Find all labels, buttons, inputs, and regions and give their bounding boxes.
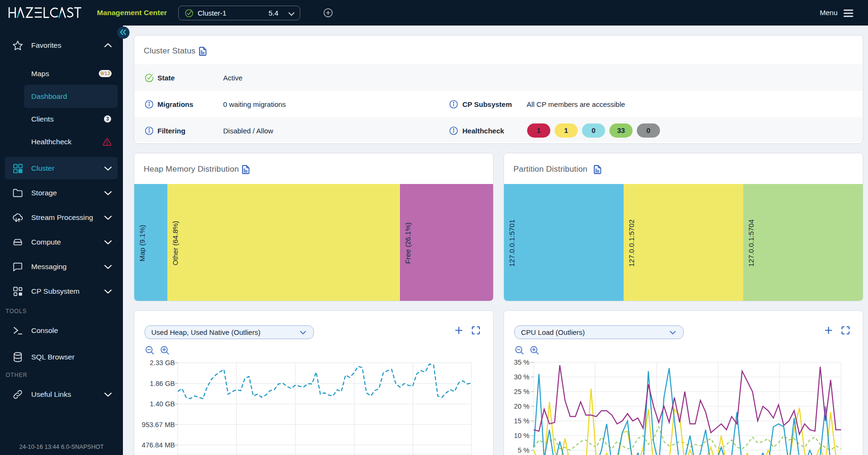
svg-text:30 %: 30 %: [514, 373, 529, 381]
svg-text:25 %: 25 %: [514, 388, 529, 395]
svg-text:1.86 GB: 1.86 GB: [150, 380, 175, 387]
svg-text:15 %: 15 %: [514, 417, 529, 425]
svg-text:10 %: 10 %: [514, 432, 529, 439]
svg-text:35 %: 35 %: [514, 359, 529, 366]
svg-text:5 %: 5 %: [518, 446, 529, 454]
svg-text:1.40 GB: 1.40 GB: [150, 400, 175, 408]
svg-text:476.84 MB: 476.84 MB: [142, 441, 175, 449]
svg-text:2.33 GB: 2.33 GB: [150, 359, 175, 367]
svg-text:953.67 MB: 953.67 MB: [142, 421, 175, 429]
svg-text:20 %: 20 %: [514, 402, 529, 410]
